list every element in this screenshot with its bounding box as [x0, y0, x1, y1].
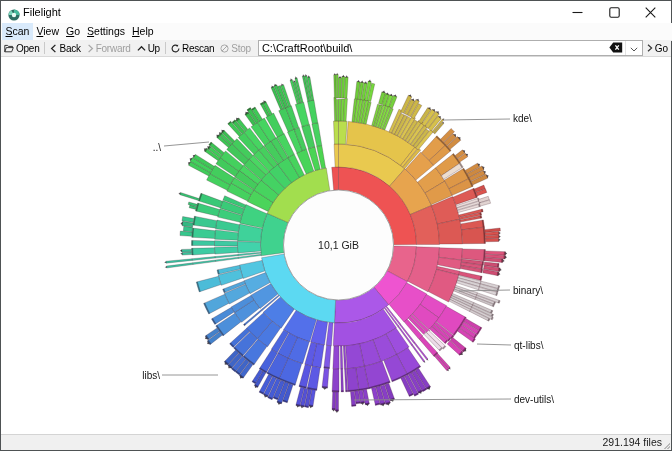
- map-segment[interactable]: [193, 216, 217, 228]
- refresh-icon: [171, 44, 180, 53]
- address-input[interactable]: [259, 42, 608, 55]
- menu-go[interactable]: Go: [63, 23, 84, 40]
- map-segment[interactable]: [462, 249, 486, 261]
- segment-tip-shadow: [308, 75, 310, 77]
- back-button-label: Back: [59, 43, 80, 54]
- segment-tip-shadow: [164, 261, 166, 263]
- segment-shadow-rim: [499, 268, 500, 272]
- open-button[interactable]: Open: [1, 40, 42, 56]
- map-segment[interactable]: [485, 238, 498, 241]
- chevron-right-icon: [87, 44, 94, 53]
- directory-label: qt-libs\: [514, 340, 544, 351]
- segment-shadow-rim: [491, 317, 492, 319]
- map-segment[interactable]: [215, 247, 238, 254]
- stop-icon: [220, 44, 229, 53]
- menu-view[interactable]: View: [33, 23, 63, 40]
- resize-grip[interactable]: [664, 443, 670, 449]
- filelight-logo-icon: [8, 7, 20, 19]
- map-segment[interactable]: [332, 167, 339, 190]
- map-segment[interactable]: [216, 220, 240, 232]
- map-segment[interactable]: [332, 392, 336, 410]
- radial-map-canvas[interactable]: 10,1 GiBkde\..\binary\qt-libs\dev-utils\…: [1, 57, 671, 435]
- segment-tip-shadow: [180, 253, 182, 255]
- map-segment[interactable]: [462, 227, 486, 244]
- segment-shadow-rim: [493, 304, 494, 306]
- segment-tip-shadow: [303, 74, 305, 76]
- label-connector-line: [477, 344, 511, 345]
- segment-shadow-rim: [481, 265, 482, 269]
- map-segment[interactable]: [335, 392, 338, 411]
- map-segment[interactable]: [192, 257, 215, 261]
- map-segment[interactable]: [334, 75, 337, 98]
- segment-shadow-rim: [492, 314, 493, 316]
- segment-shadow-rim: [305, 406, 309, 407]
- up-button-label: Up: [148, 43, 160, 54]
- menu-help[interactable]: Help: [129, 23, 158, 40]
- map-segment[interactable]: [180, 231, 192, 236]
- segment-tip-shadow: [332, 409, 335, 411]
- segment-tip-shadow: [342, 75, 344, 77]
- menu-scan[interactable]: Scan: [2, 23, 33, 40]
- map-segment[interactable]: [166, 259, 193, 263]
- label-connector-line: [444, 119, 510, 120]
- segment-tip-shadow: [357, 80, 360, 82]
- map-segment[interactable]: [193, 260, 216, 265]
- status-bar: 291.194 files: [1, 434, 671, 450]
- map-segment[interactable]: [182, 249, 192, 252]
- map-segment[interactable]: [336, 99, 338, 121]
- close-button[interactable]: [633, 1, 667, 23]
- map-segment[interactable]: [340, 346, 343, 369]
- segment-tip-shadow: [180, 250, 182, 252]
- address-bar[interactable]: [258, 40, 643, 56]
- map-segment[interactable]: [344, 77, 348, 98]
- rescan-button-label: Rescan: [182, 43, 214, 54]
- directory-label: dev-utils\: [514, 394, 554, 405]
- map-segment[interactable]: [324, 345, 331, 368]
- segment-shadow-rim: [481, 269, 482, 272]
- map-segment[interactable]: [182, 252, 192, 255]
- menu-bar: ScanViewGoSettingsHelp: [1, 23, 672, 41]
- map-segment[interactable]: [192, 248, 215, 255]
- clear-button[interactable]: [608, 42, 625, 54]
- map-segment[interactable]: [332, 369, 339, 392]
- map-segment[interactable]: [336, 75, 338, 98]
- map-segment[interactable]: [334, 121, 339, 144]
- up-button[interactable]: Up: [134, 40, 163, 56]
- map-segment[interactable]: [334, 144, 338, 167]
- map-segment[interactable]: [333, 346, 339, 369]
- map-segment[interactable]: [191, 240, 214, 245]
- map-segment[interactable]: [339, 78, 342, 98]
- map-segment[interactable]: [180, 192, 199, 200]
- segment-shadow-rim: [324, 367, 330, 368]
- segment-shadow-rim: [218, 270, 219, 274]
- title-bar[interactable]: Filelight: [1, 1, 671, 23]
- map-segment[interactable]: [344, 98, 348, 121]
- maximize-button[interactable]: [597, 1, 631, 23]
- go-button[interactable]: Go: [643, 43, 671, 54]
- map-segment[interactable]: [307, 100, 317, 124]
- chevron-down-icon: [630, 43, 638, 54]
- segment-shadow-rim: [244, 324, 245, 325]
- segment-shadow-rim: [480, 216, 481, 219]
- radial-map[interactable]: 10,1 GiBkde\..\binary\qt-libs\dev-utils\…: [1, 57, 671, 435]
- toolbar: OpenBackForwardUpRescanStopGo: [1, 40, 671, 57]
- map-segment[interactable]: [237, 241, 260, 252]
- address-dropdown-button[interactable]: [625, 41, 642, 55]
- back-button[interactable]: Back: [47, 40, 83, 56]
- map-segment[interactable]: [339, 121, 348, 144]
- map-center-size-label: 10,1 GiB: [318, 239, 359, 251]
- map-segment[interactable]: [437, 219, 462, 244]
- forward-button[interactable]: Forward: [84, 40, 134, 56]
- map-segment[interactable]: [214, 241, 237, 246]
- map-segment[interactable]: [192, 228, 216, 238]
- rescan-button[interactable]: Rescan: [168, 40, 217, 56]
- map-segment[interactable]: [341, 369, 344, 392]
- segment-shadow-rim: [360, 402, 364, 403]
- map-segment[interactable]: [166, 263, 192, 268]
- segment-tip-shadow: [334, 73, 336, 75]
- menu-settings[interactable]: Settings: [84, 23, 129, 40]
- stop-button[interactable]: Stop: [217, 40, 254, 56]
- minimize-button[interactable]: [560, 1, 594, 23]
- map-segment[interactable]: [322, 368, 329, 388]
- segment-tip-shadow: [165, 266, 167, 268]
